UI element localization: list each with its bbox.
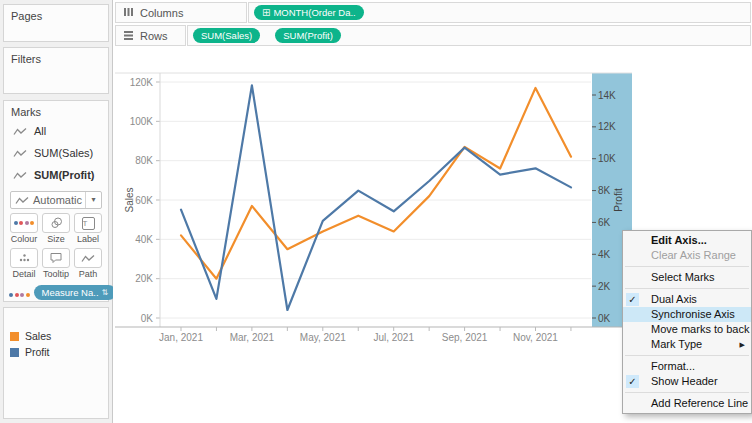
- menu-item-clear-axis-range: Clear Axis Range: [623, 248, 751, 263]
- marks-title: Marks: [4, 101, 108, 120]
- path-icon: [81, 254, 95, 263]
- menu-item-dual-axis[interactable]: Dual Axis✓: [623, 292, 751, 307]
- menu-item-synchronise-axis[interactable]: Synchronise Axis: [623, 307, 751, 322]
- check-icon: ✓: [626, 293, 639, 306]
- marks-card: Marks AllSUM(Sales)SUM(Profit) Automatic…: [3, 100, 109, 302]
- marks-buttons: ColourSizeTLabelDetailTooltipPath: [10, 213, 102, 279]
- tooltip-icon: [49, 252, 63, 264]
- menu-item-select-marks[interactable]: Select Marks: [623, 270, 751, 285]
- menu-item-label: Show Header: [651, 375, 718, 387]
- sort-icon: ⇅: [102, 288, 109, 297]
- check-icon: ✓: [626, 375, 639, 388]
- pill-month-order-da-[interactable]: ⊞MONTH(Order Da..: [254, 5, 364, 20]
- legend-item-profit[interactable]: Profit: [4, 344, 108, 360]
- pill-label: SUM(Sales): [201, 30, 252, 41]
- tooltip-button[interactable]: Tooltip: [42, 248, 70, 279]
- menu-item-move-marks-to-back[interactable]: Move marks to back: [623, 322, 751, 337]
- legend-label: Profit: [25, 346, 50, 358]
- rows-shelf[interactable]: SUM(Sales)SUM(Profit): [187, 25, 751, 46]
- menu-item-label: Format...: [651, 360, 695, 372]
- marks-row-sum-sales-[interactable]: SUM(Sales): [4, 142, 108, 164]
- menu-item-label: Select Marks: [651, 271, 715, 283]
- filters-shelf[interactable]: Filters: [3, 47, 109, 94]
- path-button-label: Path: [74, 269, 102, 279]
- colour-legend-icon: [9, 287, 30, 299]
- line-mark-icon: [13, 149, 27, 158]
- menu-item-label: Synchronise Axis: [651, 308, 735, 320]
- filters-title: Filters: [4, 48, 108, 67]
- menu-item-mark-type[interactable]: Mark Type▶: [623, 337, 751, 352]
- rows-shelf-label: Rows: [115, 25, 186, 46]
- size-icon: [50, 217, 63, 229]
- legend-label: Sales: [25, 330, 51, 342]
- legend-swatch: [10, 348, 19, 357]
- line-mark-icon: [13, 127, 27, 136]
- pill-sum-profit-[interactable]: SUM(Profit): [275, 28, 341, 43]
- rows-icon: [123, 30, 134, 42]
- legend-swatch: [10, 332, 19, 341]
- menu-separator: [625, 355, 749, 356]
- columns-shelf[interactable]: ⊞MONTH(Order Da..: [248, 2, 751, 23]
- legend-item-sales[interactable]: Sales: [4, 328, 108, 344]
- mark-type-dropdown[interactable]: Automatic ▾: [10, 191, 102, 209]
- colour-button-label: Colour: [10, 234, 38, 244]
- colour-legend-panel: SalesProfit: [3, 307, 109, 419]
- colour-button[interactable]: Colour: [10, 213, 38, 244]
- colour-icon: [14, 221, 35, 225]
- label-icon: T: [82, 217, 95, 230]
- axis-context-menu: Edit Axis...Clear Axis RangeSelect Marks…: [622, 230, 752, 414]
- columns-label: Columns: [140, 7, 183, 19]
- measure-names-pill-label: Measure Na..: [42, 287, 99, 298]
- marks-row-label: SUM(Sales): [34, 147, 93, 159]
- columns-icon: [123, 7, 134, 19]
- menu-item-label: Mark Type: [651, 338, 702, 350]
- marks-row-label: SUM(Profit): [34, 169, 95, 181]
- measure-names-row: Measure Na..⇅: [9, 285, 103, 300]
- line-mark-icon: [11, 196, 29, 205]
- columns-shelf-label: Columns: [115, 2, 247, 23]
- menu-separator: [625, 392, 749, 393]
- menu-item-add-reference-line[interactable]: Add Reference Line: [623, 396, 751, 411]
- menu-item-show-header[interactable]: Show Header✓: [623, 374, 751, 389]
- menu-item-label: Edit Axis...: [651, 234, 707, 246]
- menu-item-label: Dual Axis: [651, 293, 697, 305]
- menu-item-format[interactable]: Format...: [623, 359, 751, 374]
- menu-separator: [625, 288, 749, 289]
- menu-item-label: Move marks to back: [651, 323, 749, 335]
- detail-icon: [18, 253, 31, 263]
- pages-title: Pages: [4, 5, 108, 24]
- measure-names-pill[interactable]: Measure Na..⇅: [34, 285, 117, 300]
- line-mark-icon: [13, 171, 27, 180]
- marks-row-sum-profit-[interactable]: SUM(Profit): [4, 164, 108, 186]
- marks-rows: AllSUM(Sales)SUM(Profit): [4, 120, 108, 186]
- submenu-arrow-icon: ▶: [740, 337, 745, 352]
- tooltip-button-label: Tooltip: [42, 269, 70, 279]
- left-sidebar: Pages Filters Marks AllSUM(Sales)SUM(Pro…: [0, 0, 113, 423]
- path-button[interactable]: Path: [74, 248, 102, 279]
- mark-type-value: Automatic: [29, 194, 85, 206]
- label-button[interactable]: TLabel: [74, 213, 102, 244]
- menu-item-label: Add Reference Line: [651, 397, 748, 409]
- pages-shelf[interactable]: Pages: [3, 4, 109, 42]
- marks-row-label: All: [34, 125, 46, 137]
- pill-label: SUM(Profit): [283, 30, 333, 41]
- detail-button-label: Detail: [10, 269, 38, 279]
- size-button-label: Size: [42, 234, 70, 244]
- size-button[interactable]: Size: [42, 213, 70, 244]
- rows-label: Rows: [140, 30, 168, 42]
- marks-row-all[interactable]: All: [4, 120, 108, 142]
- label-button-label: Label: [74, 234, 102, 244]
- pill-sum-sales-[interactable]: SUM(Sales): [193, 28, 260, 43]
- menu-separator: [625, 266, 749, 267]
- menu-item-label: Clear Axis Range: [651, 249, 736, 261]
- pill-label: MONTH(Order Da..: [273, 7, 355, 18]
- plus-box-icon: ⊞: [262, 7, 270, 18]
- detail-button[interactable]: Detail: [10, 248, 38, 279]
- menu-item-edit-axis[interactable]: Edit Axis...: [623, 233, 751, 248]
- chevron-down-icon[interactable]: ▾: [85, 192, 101, 208]
